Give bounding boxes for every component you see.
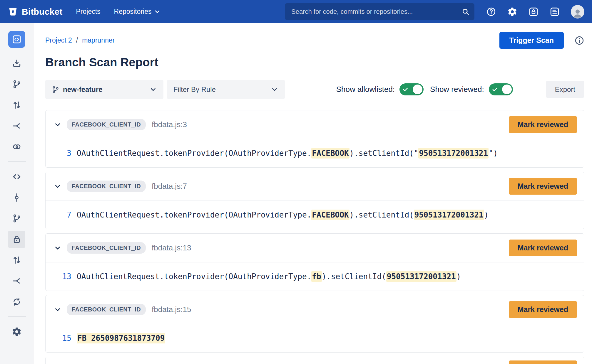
bitbucket-logo[interactable]: Bitbucket	[8, 6, 63, 17]
help-icon[interactable]	[486, 7, 496, 17]
toggle-knob	[413, 85, 422, 94]
finding-code-row: 13 OAuthClientRequest.tokenProvider(OAut…	[46, 262, 584, 291]
code-line: FB 2650987631873709	[77, 333, 165, 343]
check-icon	[492, 86, 498, 92]
line-number: 13	[53, 272, 71, 281]
rule-badge: FACEBOOK_CLIENT_ID	[67, 181, 146, 192]
changelog-icon[interactable]	[550, 7, 560, 17]
collapse-chevron-icon[interactable]	[53, 183, 63, 190]
search-input[interactable]	[285, 3, 474, 20]
sidebar-item-pull-request[interactable]	[8, 252, 25, 269]
sidebar-item-branch[interactable]	[8, 210, 25, 227]
sidebar-item-forks[interactable]	[8, 117, 25, 134]
line-number: 3	[53, 149, 71, 158]
sidebar-item-pull-requests[interactable]	[8, 97, 25, 114]
collapse-chevron-icon[interactable]	[53, 121, 63, 129]
branch-selector[interactable]: new-feature	[45, 80, 163, 99]
sidebar-divider-2	[8, 316, 26, 317]
mark-reviewed-button[interactable]: Mark reviewed	[509, 178, 577, 195]
branch-selector-value: new-feature	[63, 85, 103, 94]
findings-list: FACEBOOK_CLIENT_ID fbdata.js:3 Mark revi…	[45, 110, 584, 353]
pull-requests-icon	[12, 100, 21, 110]
finding-location: fbdata.js:3	[152, 120, 187, 129]
code-line: OAuthClientRequest.tokenProvider(OAuthPr…	[77, 271, 461, 282]
rule-badge: FACEBOOK_CLIENT_ID	[67, 242, 146, 254]
global-search	[285, 3, 474, 20]
export-button[interactable]: Export	[546, 81, 584, 98]
show-allowlisted-toggle[interactable]	[399, 83, 424, 95]
sidebar-item-deployments[interactable]	[8, 138, 25, 155]
finding-header: FACEBOOK_CLIENT_ID fbdata.js:15 Mark rev…	[46, 295, 584, 324]
pull-request-icon	[12, 255, 21, 265]
bitbucket-bucket-icon	[8, 6, 18, 17]
check-icon	[402, 86, 409, 92]
branches-icon	[12, 80, 21, 89]
rule-badge: FACEBOOK_CLIENT_ID	[67, 304, 146, 315]
builds-icon	[12, 297, 21, 306]
finding-location: fbdata.js:13	[152, 243, 191, 252]
settings-gear-icon	[12, 327, 22, 337]
finding-code-row: 7 OAuthClientRequest.tokenProvider(OAuth…	[46, 201, 584, 229]
git-branch-icon	[52, 86, 59, 93]
mark-reviewed-button[interactable]: Mark reviewed	[509, 116, 577, 133]
code-line: OAuthClientRequest.tokenProvider(OAuthPr…	[77, 148, 498, 159]
finding-location: fbdata.js:15	[152, 305, 191, 314]
chevron-down-icon	[271, 86, 278, 93]
sidebar-item-branches[interactable]	[8, 76, 25, 93]
finding-card: FACEBOOK_CLIENT_ID fbdata.js:13 Mark rev…	[45, 233, 584, 291]
brand-name: Bitbucket	[22, 7, 63, 17]
clone-icon	[12, 59, 21, 68]
mark-reviewed-button[interactable]: Mark reviewed	[509, 360, 577, 364]
branch-icon	[12, 214, 21, 223]
finding-header: FACEBOOK_CLIENT_ID fbdata.js:13 Mark rev…	[46, 234, 584, 262]
gear-icon[interactable]	[507, 7, 517, 17]
sidebar-divider	[8, 161, 26, 162]
chevron-down-icon	[154, 8, 161, 15]
user-avatar[interactable]	[571, 5, 584, 18]
toggle-group: Show allowlisted: Show reviewed:	[336, 83, 513, 95]
breadcrumb-repo-link[interactable]: maprunner	[82, 36, 115, 44]
finding-header: FACEBOOK_CLIENT_ID fbdata.js:7 Mark revi…	[46, 172, 584, 201]
breadcrumb-project-link[interactable]: Project 2	[45, 36, 72, 44]
rule-filter-dropdown[interactable]: Filter By Rule	[167, 80, 285, 99]
rule-filter-value: Filter By Rule	[173, 85, 216, 94]
finding-code-row: 15 FB 2650987631873709	[46, 324, 584, 352]
finding-card: FACEBOOK_CLIENT_ID fbdata.js:15 Mark rev…	[45, 295, 584, 353]
mark-reviewed-button[interactable]: Mark reviewed	[509, 240, 577, 256]
lock-icon[interactable]	[529, 7, 539, 17]
sidebar-item-clone[interactable]	[8, 55, 25, 72]
search-icon	[461, 8, 470, 16]
deployments-icon	[12, 142, 21, 151]
finding-code-row: 3 OAuthClientRequest.tokenProvider(OAuth…	[46, 139, 584, 167]
sidebar-item-commits[interactable]	[8, 189, 25, 206]
sidebar-item-settings[interactable]	[8, 323, 25, 340]
repo-avatar[interactable]	[8, 31, 25, 48]
sidebar-item-pipeline[interactable]	[8, 272, 25, 289]
sidebar-item-source[interactable]	[8, 168, 25, 185]
collapse-chevron-icon[interactable]	[53, 306, 63, 314]
main-content: Project 2 / maprunner Trigger Scan Branc…	[34, 23, 592, 364]
line-number: 15	[53, 334, 71, 343]
nav-projects[interactable]: Projects	[76, 8, 101, 16]
toggle-knob	[502, 85, 512, 94]
top-navbar: Bitbucket Projects Repositories	[0, 0, 592, 23]
security-lock-icon	[12, 235, 21, 244]
navbar-actions	[486, 5, 584, 18]
trigger-scan-button[interactable]: Trigger Scan	[499, 32, 564, 49]
sidebar-item-security[interactable]	[8, 231, 25, 248]
finding-card: FACEBOOK_CLIENT_ID fbdata.js:7 Mark revi…	[45, 172, 584, 229]
show-reviewed-toggle[interactable]	[489, 83, 513, 95]
pipeline-icon	[12, 276, 21, 286]
finding-location: fbdata.js:7	[152, 182, 187, 191]
info-icon[interactable]	[574, 36, 584, 45]
nav-repositories[interactable]: Repositories	[114, 8, 161, 16]
mark-reviewed-button[interactable]: Mark reviewed	[509, 301, 577, 318]
collapse-chevron-icon[interactable]	[53, 244, 63, 252]
show-reviewed-label: Show reviewed:	[430, 85, 484, 94]
finding-header: FACEBOOK_CLIENT_ID fbdata.js:3 Mark revi…	[46, 110, 584, 139]
commits-icon	[12, 193, 21, 202]
forks-icon	[12, 121, 21, 131]
show-allowlisted-label: Show allowlisted:	[336, 85, 395, 94]
sidebar-item-builds[interactable]	[8, 293, 25, 310]
repo-sidebar	[0, 23, 34, 364]
